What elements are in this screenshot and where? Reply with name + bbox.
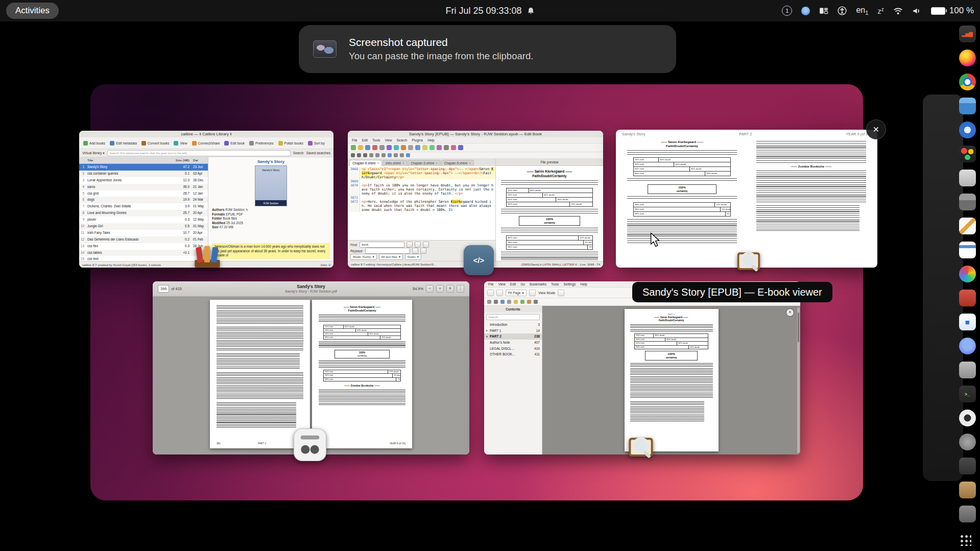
redo-icon bbox=[379, 145, 385, 150]
menu-item: Help bbox=[427, 138, 435, 142]
editor-format-toolbar bbox=[348, 152, 603, 159]
close-window-button[interactable]: × bbox=[866, 119, 886, 139]
fit-page-dropdown: Fit Page▾ bbox=[506, 290, 527, 296]
wifi-icon[interactable] bbox=[893, 7, 903, 15]
chrome-icon[interactable] bbox=[959, 74, 976, 90]
text-placeholder bbox=[756, 171, 866, 203]
notification-body: You can paste the image from the clipboa… bbox=[349, 51, 533, 62]
pdf-page-input: 396 bbox=[158, 285, 169, 293]
mouse-cursor bbox=[650, 232, 663, 250]
toc-edit-icon bbox=[451, 145, 456, 150]
area-select-icon bbox=[507, 300, 511, 304]
screenshot-notification[interactable]: Screenshot captured You can paste the im… bbox=[299, 25, 676, 73]
keys-icon[interactable] bbox=[959, 170, 976, 186]
find-mode-dropdown: Mode: Fuzzy▾ bbox=[350, 254, 377, 260]
settings-icon[interactable] bbox=[959, 434, 976, 450]
subscript-icon bbox=[375, 153, 379, 157]
editor-tab: intro.xhtml× bbox=[383, 160, 407, 166]
tiling-icon[interactable] bbox=[819, 7, 828, 15]
accessibility-icon[interactable] bbox=[838, 6, 847, 15]
view-mode-label: View Mode bbox=[538, 291, 556, 295]
menu-item: View bbox=[385, 138, 392, 142]
battery-indicator[interactable]: 100 % bbox=[931, 6, 974, 16]
system-status-area[interactable]: 1 en1 zz 100 % bbox=[782, 0, 974, 21]
extensions-icon[interactable] bbox=[959, 290, 976, 306]
terminal-icon[interactable]: >_ bbox=[959, 386, 976, 402]
player-icon[interactable] bbox=[959, 410, 976, 426]
document-viewer-app-icon[interactable] bbox=[293, 427, 327, 464]
text-placeholder bbox=[627, 178, 737, 182]
chat-icon[interactable] bbox=[959, 338, 976, 354]
cut-icon bbox=[387, 145, 392, 150]
keyboard-layout-indicator[interactable]: en1 bbox=[856, 6, 868, 16]
tweaks-icon[interactable] bbox=[959, 506, 976, 522]
note-icon bbox=[527, 300, 531, 304]
battery-percent-label: 100 % bbox=[949, 6, 974, 16]
scrollbar bbox=[797, 307, 800, 453]
chevron-down-icon: ▾ bbox=[103, 151, 104, 155]
files-icon[interactable] bbox=[959, 98, 976, 114]
adjacent-workspace[interactable] bbox=[923, 94, 963, 481]
pen-icon[interactable] bbox=[959, 218, 976, 234]
ebook-viewer-app-icon[interactable] bbox=[624, 428, 658, 465]
contents-header: Contents bbox=[484, 306, 542, 313]
top-bar: Activities Fri Jul 25 09:33:08 1 en1 zz bbox=[0, 0, 980, 21]
charts-icon[interactable]: ▦ bbox=[959, 314, 976, 330]
menu-item: Go bbox=[520, 282, 525, 286]
phone-link-icon[interactable] bbox=[959, 458, 976, 474]
toc-item: ▸ PART 1 14 bbox=[484, 328, 542, 334]
find-direction-dropdown: Down▾ bbox=[405, 254, 421, 260]
faith-doubt-table: 20% faith80% doubt40% faith60% doubt60% … bbox=[633, 157, 731, 176]
media-icon[interactable] bbox=[959, 122, 976, 138]
code-editor: 3068 <p class="c1"><span style="letter-s… bbox=[348, 166, 495, 240]
editor-menubar: FileEditToolsViewSearchPluginsHelp bbox=[348, 137, 603, 143]
calibre-toolbar-button: Polish books bbox=[278, 141, 303, 146]
sleep-inhibit-icon[interactable]: zz bbox=[877, 7, 884, 15]
show-apps-button[interactable] bbox=[959, 534, 971, 546]
calibre-toolbar-button: Edit metadata bbox=[110, 141, 137, 146]
calibre-toolbar-button: Convert books bbox=[141, 141, 170, 146]
faith-doubt-table: 90% faith10% doubt95% faith5% doubt99% f… bbox=[506, 235, 592, 250]
text-placeholder bbox=[627, 196, 737, 200]
toc-expand-icon: ▾ bbox=[486, 335, 490, 338]
firefox-icon[interactable] bbox=[959, 50, 976, 66]
volume-icon[interactable] bbox=[912, 7, 922, 15]
document-icon[interactable] bbox=[959, 242, 976, 258]
text-placeholder bbox=[627, 150, 737, 155]
faith-doubt-table: 90% faith10% doubt95% faith5% doubt99% f… bbox=[633, 202, 731, 217]
activities-button[interactable]: Activities bbox=[6, 3, 59, 19]
calibre-app-icon[interactable] bbox=[191, 241, 224, 276]
list-icon bbox=[406, 153, 410, 157]
faith-doubt-table: 20% faith80% doubt40% faith60% doubt60% … bbox=[506, 188, 592, 207]
boxes-icon[interactable] bbox=[959, 362, 976, 378]
system-monitor-icon[interactable]: ▂▅▇ bbox=[959, 26, 976, 42]
app-indicator-icon[interactable] bbox=[801, 7, 810, 15]
book-page-left: —— Søren Kierkegaard —— Faith/Doubt/Cert… bbox=[624, 139, 740, 262]
menu-item: Settings bbox=[563, 282, 576, 286]
palette-icon[interactable] bbox=[959, 266, 976, 282]
text-placeholder bbox=[627, 219, 737, 244]
calibre-toolbar: Add books Edit metadata Convert books Vi… bbox=[79, 137, 333, 149]
clock-menu[interactable]: Fri Jul 25 09:33:08 bbox=[445, 0, 534, 21]
pdf-zoom-controls: 54.9% − + ≡ ⋮ bbox=[413, 285, 464, 293]
ebook-viewer-app-icon[interactable] bbox=[732, 244, 765, 278]
book-comment: Jameson/Oldman is a man born 14,000 year… bbox=[212, 243, 330, 259]
book-authors: Authors RJW Seddon ✎ bbox=[212, 208, 330, 212]
text-placeholder bbox=[501, 228, 598, 233]
calibre-toolbar-button: Preferences bbox=[249, 141, 274, 146]
indicator-count-icon[interactable]: 1 bbox=[782, 6, 792, 16]
toolbar-button-icon bbox=[308, 141, 313, 146]
strikethrough-icon bbox=[369, 153, 373, 157]
dock: ▂▅▇▦>_ bbox=[958, 26, 976, 522]
text-placeholder bbox=[319, 342, 405, 348]
book-row: 12 Das Geheimnis der Llano Estacado 0.2 … bbox=[79, 236, 208, 243]
photos-icon[interactable] bbox=[959, 146, 976, 162]
calibre-search-button: Search bbox=[293, 151, 304, 155]
toolbar-button-icon bbox=[174, 141, 178, 146]
toolbar-button-icon bbox=[141, 141, 146, 146]
text-placeholder bbox=[319, 315, 405, 323]
radio-icon[interactable] bbox=[959, 194, 976, 210]
edit-book-app-icon[interactable]: </> bbox=[464, 245, 494, 275]
archive-icon[interactable] bbox=[959, 482, 976, 498]
chevron-down-icon: ▾ bbox=[417, 254, 419, 259]
